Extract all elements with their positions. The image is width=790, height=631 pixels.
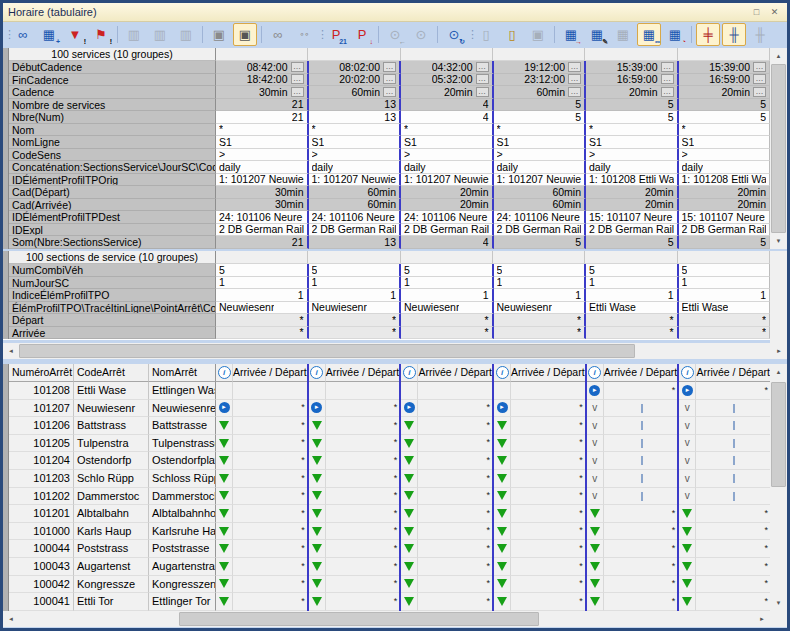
grid-cell[interactable]: 5 [401, 264, 494, 277]
stop-name-cell[interactable]: Battstrasse [149, 417, 216, 435]
grid-cell[interactable]: 20min [401, 199, 494, 212]
stop-type-cell[interactable] [309, 540, 326, 558]
grid-cell[interactable]: 20min [586, 199, 679, 212]
arrival-departure-cell[interactable]: * [511, 400, 585, 418]
arrival-departure-cell[interactable]: * [233, 470, 307, 488]
grid-cell[interactable]: S1 [586, 136, 679, 149]
stop-type-cell[interactable] [309, 382, 326, 400]
stop-name-cell[interactable]: Kongresszentrum [149, 576, 216, 594]
arrival-departure-cell[interactable]: * [418, 435, 492, 453]
stop-type-cell[interactable] [216, 435, 233, 453]
arrival-departure-cell[interactable]: * [326, 470, 400, 488]
stop-type-cell[interactable] [679, 505, 696, 523]
stop-name-cell[interactable]: Dammerstock [149, 488, 216, 506]
grid-cell[interactable]: * [494, 314, 587, 327]
grid-cell[interactable]: 5 [586, 236, 679, 249]
ellipsis-button[interactable]: … [476, 87, 489, 97]
grid-cell[interactable]: 5 [679, 236, 771, 249]
arrival-departure-cell[interactable]: * [233, 452, 307, 470]
grid-cell[interactable]: * [309, 314, 402, 327]
arrival-departure-cell[interactable]: * [511, 470, 585, 488]
scroll-right-icon[interactable]: ► [771, 343, 787, 359]
stop-code-cell[interactable]: Ostendorfp [74, 452, 149, 470]
grid-cell[interactable]: * [679, 327, 771, 340]
stop-type-cell[interactable] [216, 593, 233, 611]
stop-type-cell[interactable] [679, 523, 696, 541]
grid-cell[interactable]: 5 [679, 99, 771, 112]
stop-code-cell[interactable]: Poststrass [74, 540, 149, 558]
arrival-departure-cell[interactable]: * [604, 523, 678, 541]
grid-cell[interactable]: * [401, 124, 494, 137]
stop-type-cell[interactable] [494, 593, 511, 611]
grid-cell[interactable]: 1 [679, 289, 771, 302]
scroll-up-icon[interactable]: ▲ [770, 364, 787, 380]
timetable-find-button[interactable]: ▦∞ [637, 23, 661, 46]
scroll-left-icon[interactable]: ◄ [3, 611, 19, 627]
stop-type-cell[interactable]: ► [401, 400, 418, 418]
stop-type-cell[interactable] [401, 593, 418, 611]
stop-code-cell[interactable]: Tulpenstra [74, 435, 149, 453]
grid-cell[interactable]: 15:39:00… [679, 61, 771, 74]
stop-number-cell[interactable]: 101204 [9, 452, 74, 470]
stop-type-cell[interactable]: v [587, 435, 604, 453]
arrival-departure-cell[interactable] [696, 452, 770, 470]
grid-cell[interactable]: 1 [586, 277, 679, 290]
grid-cell[interactable]: S1 [401, 136, 494, 149]
stop-name-cell[interactable]: Augartenstrasse [149, 558, 216, 576]
stop-type-cell[interactable] [494, 452, 511, 470]
grid-cell[interactable]: 1 [494, 277, 587, 290]
grid-cell[interactable]: * [586, 327, 679, 340]
renumber-services-button[interactable]: P21 [324, 23, 348, 46]
ellipsis-button[interactable]: … [661, 87, 674, 97]
stop-type-cell[interactable] [587, 523, 604, 541]
ellipsis-button[interactable]: … [661, 74, 674, 84]
arrival-departure-cell[interactable]: * [418, 400, 492, 418]
grid-cell[interactable]: 1: 101207 Neuwiesenr [309, 174, 402, 187]
stop-type-cell[interactable] [494, 488, 511, 506]
stop-code-cell[interactable]: Karls Haup [74, 523, 149, 541]
grid-cell[interactable]: 24: 101106 Neure Wels [309, 211, 402, 224]
ellipsis-button[interactable]: … [476, 74, 489, 84]
stops-horizontal-scrollbar[interactable]: ◄ ► [3, 611, 770, 627]
grid-cell[interactable]: 21 [216, 99, 309, 112]
arrival-departure-cell[interactable] [604, 488, 678, 506]
stop-type-cell[interactable] [401, 558, 418, 576]
grid-cell[interactable]: 24: 101106 Neure Wels [401, 211, 494, 224]
grid-cell[interactable]: 1 [586, 289, 679, 302]
ellipsis-button[interactable]: … [661, 62, 674, 72]
arrival-departure-cell[interactable]: * [511, 505, 585, 523]
grid-cell[interactable]: 19:12:00… [494, 61, 587, 74]
arrival-departure-cell[interactable]: * [511, 576, 585, 594]
grid-cell[interactable]: 15: 101107 Neure Bäre [586, 211, 679, 224]
grid-cell[interactable]: 60min… [494, 86, 587, 99]
arrival-departure-cell[interactable]: * [604, 593, 678, 611]
stop-number-cell[interactable]: 100044 [9, 540, 74, 558]
grid-cell[interactable]: Neuwiesenr [216, 302, 309, 315]
stop-type-cell[interactable]: v [587, 470, 604, 488]
grid-cell[interactable]: > [216, 149, 309, 162]
grid-cell[interactable]: 24: 101106 Neure Wels [494, 211, 587, 224]
stop-type-cell[interactable] [494, 435, 511, 453]
timetable-clock-button[interactable]: ▦◔ [663, 23, 687, 46]
grid-cell[interactable]: 2 DB German Rail [216, 224, 309, 237]
stop-number-cell[interactable]: 100041 [9, 593, 74, 611]
grid-cell[interactable]: * [586, 314, 679, 327]
grid-cell[interactable]: S1 [679, 136, 771, 149]
maximize-button[interactable]: □ [749, 6, 764, 19]
arrival-departure-cell[interactable]: * [511, 452, 585, 470]
stop-code-cell[interactable]: Albtalbahn [74, 505, 149, 523]
grid-cell[interactable]: * [494, 124, 587, 137]
stop-type-cell[interactable]: v [587, 488, 604, 506]
grid-cell[interactable]: 5 [679, 111, 771, 124]
arrival-departure-cell[interactable]: * [696, 505, 770, 523]
grid-cell[interactable]: * [401, 314, 494, 327]
stop-type-cell[interactable] [309, 435, 326, 453]
stop-type-cell[interactable]: v [679, 400, 696, 418]
stop-name-cell[interactable]: Karlsruhe Hauptba [149, 523, 216, 541]
arrival-departure-cell[interactable] [418, 382, 492, 400]
grid-cell[interactable]: 5 [494, 264, 587, 277]
grid-cell[interactable]: daily [494, 161, 587, 174]
scroll-down-icon[interactable]: ▼ [770, 595, 787, 611]
grid-cell[interactable]: 08:02:00… [309, 61, 402, 74]
grid-cell[interactable]: 1: 101207 Neuwiesenr [401, 174, 494, 187]
